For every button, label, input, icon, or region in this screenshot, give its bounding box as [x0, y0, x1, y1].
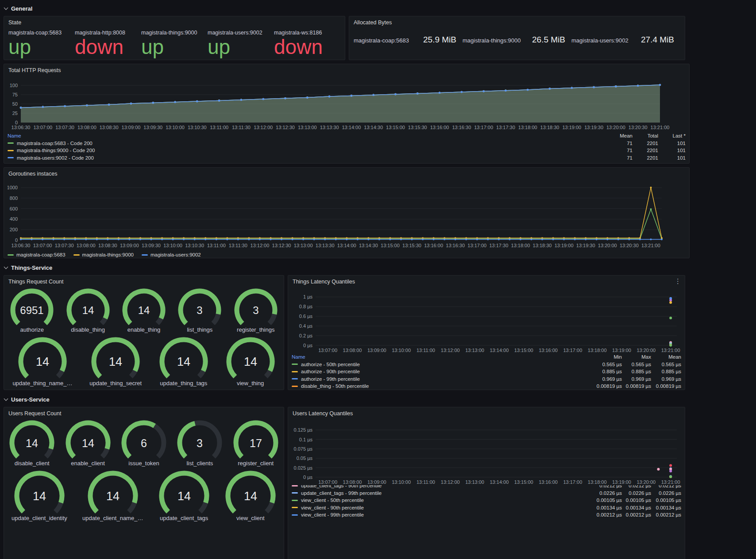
users-gauges: 14disable_client14enable_client6issue_to…: [4, 418, 284, 521]
allocated-item: magistrala-coap:568325.9 MiB: [354, 35, 463, 45]
legend-column-header[interactable]: Last *: [658, 133, 686, 138]
data-point-dot: [357, 238, 359, 240]
section-users-label: Users-Service: [11, 396, 50, 403]
legend-series[interactable]: view_client - 99th percentile: [292, 512, 590, 517]
gauge-arc: 14: [14, 469, 65, 514]
legend-series[interactable]: magistrala-coap:5683 - Code 200: [8, 141, 604, 146]
panel-title-goroutines[interactable]: Goroutines instaces: [4, 168, 689, 178]
x-axis-tick-label: 13:10:30: [185, 243, 204, 248]
legend-series[interactable]: authorize - 90th percentile: [292, 369, 590, 374]
users-latency-chart[interactable]: 0 µs0.025 µs0.05 µs0.075 µs0.1 µs0.125 µ…: [292, 418, 681, 485]
data-point-dot: [196, 100, 198, 103]
x-axis-tick-label: 13:08:00: [343, 479, 362, 485]
legend-series[interactable]: magistrala-things:9000 - Code 200: [8, 148, 604, 153]
data-point-dot: [563, 238, 565, 240]
http-requests-legend: NameMeanTotalLast *magistrala-coap:5683 …: [4, 132, 689, 161]
gauge-value: 3: [197, 304, 203, 316]
x-axis-tick-label: 13:13:00: [465, 348, 484, 353]
panel-title-things-request-count[interactable]: Things Request Count: [4, 276, 284, 286]
section-users-service[interactable]: Users-Service: [0, 394, 689, 405]
legend-value: 0.0212 µs: [590, 485, 622, 488]
legend-series[interactable]: update_client_tags - 90th percentile: [292, 485, 590, 488]
gauge-arc: 14: [65, 419, 111, 459]
gauge-value: 14: [244, 490, 257, 503]
legend-series-swatch: [292, 500, 298, 501]
data-point-dot: [439, 92, 441, 94]
data-point-dot: [174, 101, 176, 103]
x-axis-tick-label: 13:11:30: [232, 125, 251, 130]
gauge-label: view_client: [236, 515, 265, 521]
legend-series-name: magistrala-things:9000 - Code 200: [17, 148, 95, 153]
section-general[interactable]: General: [0, 3, 689, 14]
y-axis-tick-label: 0.4 µs: [299, 323, 313, 329]
legend-column-header[interactable]: Min: [590, 354, 622, 360]
chevron-down-icon: [4, 265, 8, 269]
service-name-label: magistrala-users:9002: [571, 37, 629, 44]
data-point-dot: [226, 238, 228, 240]
legend-series[interactable]: view_client - 90th percentile: [292, 505, 590, 510]
legend-row: authorize - 99th percentile0.969 µs0.969…: [292, 375, 681, 383]
legend-series[interactable]: view_client - 50th percentile: [292, 498, 590, 503]
data-point-dot: [552, 238, 554, 240]
state-value: down: [274, 36, 340, 58]
legend-series[interactable]: magistrala-users:9002 - Code 200: [8, 155, 604, 161]
x-axis-tick-label: 13:08:00: [77, 125, 96, 130]
legend-series[interactable]: disable_thing - 50th percentile: [292, 383, 590, 389]
legend-series-name: update_client_tags - 90th percentile: [301, 485, 382, 488]
legend-row: authorize - 90th percentile0.885 µs0.885…: [292, 368, 681, 375]
legend-series[interactable]: authorize - 50th percentile: [292, 362, 590, 367]
legend-column-header[interactable]: Mean: [604, 133, 633, 138]
x-axis-tick-label: 13:15:00: [386, 125, 405, 130]
gauge-view_thing: 14view_thing: [226, 336, 275, 387]
legend-name-header[interactable]: Name: [292, 354, 590, 360]
panel-title-total-http-requests[interactable]: Total HTTP Requests: [4, 64, 689, 75]
data-point-dot: [20, 238, 22, 240]
legend-series[interactable]: magistrala-coap:5683: [8, 252, 66, 257]
things-latency-chart[interactable]: 0 µs0.2 µs0.4 µs0.6 µs0.8 µs1 µs13:07:00…: [292, 286, 681, 353]
legend-series[interactable]: magistrala-things:9000: [73, 252, 134, 257]
x-axis-tick-label: 13:20:00: [606, 125, 625, 130]
x-axis-tick-label: 13:21:00: [661, 348, 680, 353]
chevron-down-icon: [4, 6, 8, 10]
data-point-dot: [657, 468, 660, 471]
total-http-requests-chart[interactable]: 025507510013:06:3013:07:0013:07:3013:08:…: [8, 75, 686, 132]
legend-series[interactable]: update_client_tags - 99th percentile: [292, 490, 590, 496]
panel-title-allocated-bytes[interactable]: Allocated Bytes: [349, 16, 685, 27]
y-axis-tick-label: 0 µs: [303, 475, 313, 480]
panel-title-users-request-count[interactable]: Users Request Count: [4, 407, 284, 418]
legend-series[interactable]: authorize - 99th percentile: [292, 376, 590, 382]
data-point-dot: [617, 238, 619, 240]
panel-title-state[interactable]: State: [4, 16, 345, 27]
legend-series-name: magistrala-things:9000: [82, 252, 134, 257]
x-axis-tick-label: 13:09:00: [122, 125, 141, 130]
legend-series-name: view_client - 99th percentile: [301, 512, 364, 517]
legend-series-name: magistrala-users:9002 - Code 200: [17, 155, 94, 161]
data-point-dot: [411, 238, 413, 240]
legend-column-header[interactable]: Mean: [651, 354, 681, 360]
panel-title-users-latency[interactable]: Users Latency Quantiles: [288, 407, 685, 418]
legend-value: 0.00212 µs: [590, 512, 622, 517]
panel-menu-icon[interactable]: ⋮: [675, 278, 681, 284]
x-axis-tick-label: 13:09:00: [120, 243, 139, 248]
gauge-label: issue_token: [128, 460, 159, 467]
legend-value: 0.0212 µs: [622, 485, 651, 488]
x-axis-tick-label: 13:09:00: [367, 479, 386, 485]
x-axis-tick-label: 13:12:00: [251, 243, 270, 248]
data-point-dot: [63, 238, 65, 240]
legend-series-name: update_client_tags - 99th percentile: [301, 490, 382, 496]
legend-value: 0.00105 µs: [590, 498, 622, 503]
gauge-label: disable_client: [15, 460, 50, 467]
series-line: [21, 188, 662, 238]
legend-series-swatch: [292, 386, 298, 387]
section-things-service[interactable]: Things-Service: [0, 262, 689, 273]
legend-series[interactable]: magistrala-users:9002: [142, 252, 201, 257]
panel-title-things-latency[interactable]: Things Latency Quantiles: [288, 276, 685, 286]
legend-column-header[interactable]: Max: [622, 354, 651, 360]
gauge-label: enable_client: [71, 460, 105, 467]
gauge-view_client: 14view_client: [225, 469, 276, 521]
legend-value: 0.00105 µs: [622, 498, 651, 503]
legend-name-header[interactable]: Name: [8, 133, 604, 138]
goroutines-chart[interactable]: 0200400600800100013:06:3013:07:0013:07:3…: [8, 178, 686, 251]
legend-column-header[interactable]: Total: [633, 133, 658, 138]
x-axis-tick-label: 13:10:30: [188, 125, 207, 130]
